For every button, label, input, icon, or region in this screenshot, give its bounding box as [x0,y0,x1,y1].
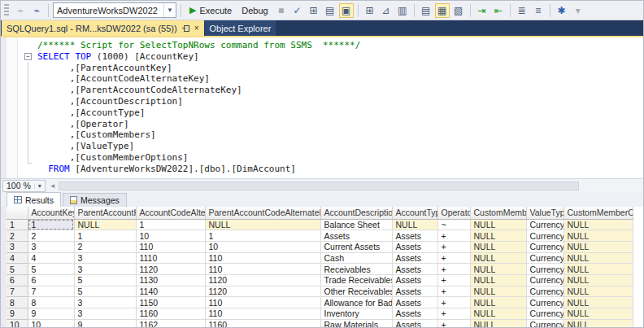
grid-cell[interactable]: 110 [205,252,320,264]
results-to-text-icon[interactable]: ▤ [419,3,433,18]
grid-cell[interactable]: Currency [526,274,564,286]
grid-cell[interactable]: + [437,308,470,320]
client-stats-icon[interactable]: ▥ [395,3,410,18]
grid-cell[interactable]: NULL [470,264,526,275]
column-header[interactable]: AccountKey [28,207,74,219]
available-databases-select[interactable]: AdventureWorksDW2022▼ [53,2,176,18]
grid-cell[interactable]: 110 [205,308,320,320]
grid-cell[interactable]: 8 [28,297,74,308]
grid-cell[interactable]: Other Receivables [320,286,392,297]
column-header[interactable] [7,207,28,219]
grid-cell[interactable]: NULL [470,274,526,286]
column-header[interactable]: CustomMemberOptions [564,207,633,219]
column-header[interactable]: ParentAccountCodeAlternateKey [205,207,320,219]
row-number-cell[interactable]: 3 [7,241,28,252]
estimated-plan-icon[interactable]: ⊞ [307,3,321,18]
grid-cell[interactable]: Currency [526,252,564,264]
indent-icon[interactable]: ⇥ [475,3,490,18]
grid-cell[interactable]: 4 [28,252,74,264]
row-number-cell[interactable]: 9 [7,308,28,320]
grid-cell[interactable]: Currency [526,319,564,327]
toolbar-overflow-icon[interactable]: ▾ [571,3,585,18]
grid-cell[interactable]: NULL [564,274,633,286]
pin-icon[interactable] [182,24,189,32]
editor-zoom-select[interactable]: 100 % ▼ [2,180,46,192]
scroll-left-arrow[interactable]: ◄ [47,182,59,190]
grid-cell[interactable]: + [437,286,470,297]
grid-cell[interactable]: Assets [320,230,392,242]
grid-cell[interactable]: Assets [392,274,437,286]
execute-button[interactable]: ▶Execute [185,2,236,19]
query-options-icon[interactable]: ▤ [323,3,337,18]
column-header[interactable]: ParentAccountKey [74,207,136,219]
close-icon[interactable]: × [194,24,199,33]
grid-cell[interactable]: 5 [74,286,136,297]
grid-cell[interactable]: 10 [28,319,74,327]
grid-cell[interactable]: 9 [28,308,74,320]
editor-h-scrollbar[interactable]: ◄ [47,180,642,192]
grid-cell[interactable]: + [437,297,470,308]
grid-cell[interactable]: Receivables [320,264,392,275]
grid-cell[interactable]: Currency [526,230,564,242]
grid-cell[interactable]: NULL [470,219,526,230]
grid-cell[interactable]: 110 [205,264,320,275]
grid-cell[interactable]: NULL [74,219,136,230]
grid-cell[interactable]: + [437,241,470,252]
row-number-cell[interactable]: 10 [7,319,28,327]
tab-results[interactable]: Results [7,192,61,207]
outdent-icon[interactable]: ⇤ [491,3,506,18]
grid-cell[interactable]: 1150 [136,297,205,308]
grid-cell[interactable]: 1160 [136,308,205,320]
row-number-cell[interactable]: 2 [7,230,28,242]
grid-cell[interactable]: 1 [74,230,136,242]
grid-cell[interactable]: NULL [564,219,633,230]
grid-cell[interactable]: 5 [74,274,136,286]
grid-cell[interactable]: NULL [470,297,526,308]
row-number-cell[interactable]: 6 [7,274,28,286]
grid-cell[interactable]: 7 [28,286,74,297]
actual-plan-icon[interactable]: ⊞ [363,3,377,18]
grid-cell[interactable]: NULL [564,297,633,308]
row-number-cell[interactable]: 8 [7,297,28,308]
grid-cell[interactable]: NULL [564,286,633,297]
grid-cell[interactable]: Currency [526,308,564,320]
database-dropdown-arrow[interactable]: ▼ [163,3,176,17]
column-header[interactable]: AccountDescription [320,207,392,219]
grid-cell[interactable]: 3 [28,241,74,252]
grid-cell[interactable]: 1130 [136,274,205,286]
grid-cell[interactable]: 10 [136,230,205,242]
grid-cell[interactable]: + [437,319,470,327]
sqlcmd-icon[interactable]: ✱ [555,3,569,18]
uncomment-icon[interactable]: ≡ [531,3,546,18]
connect-icon[interactable]: ⌁ [13,3,28,18]
toolbar-grip[interactable] [4,4,9,17]
grid-cell[interactable]: NULL [564,319,633,327]
grid-cell[interactable]: NULL [564,308,633,320]
grid-cell[interactable]: Balance Sheet [320,219,392,230]
stop-button[interactable]: ■ [274,3,289,18]
grid-cell[interactable]: 3 [74,297,136,308]
grid-cell[interactable]: Assets [392,252,437,264]
sql-editor[interactable]: − /****** Script for SelectTopNRows comm… [1,37,643,178]
row-number-cell[interactable]: 5 [7,264,28,275]
grid-cell[interactable]: + [437,264,470,275]
grid-cell[interactable]: Inventory [320,308,392,320]
grid-cell[interactable]: 1 [28,219,74,230]
intellisense-icon[interactable]: ▣ [339,3,354,18]
grid-cell[interactable]: 2 [74,241,136,252]
grid-cell[interactable]: Cash [320,252,392,264]
grid-cell[interactable]: 1160 [205,319,320,327]
grid-cell[interactable]: Currency [526,241,564,252]
column-header[interactable]: Operator [437,207,470,219]
grid-cell[interactable]: NULL [205,219,320,230]
grid-cell[interactable]: NULL [470,230,526,242]
results-to-file-icon[interactable]: ▧ [451,3,466,18]
grid-cell[interactable]: 2 [28,230,74,242]
grid-cell[interactable]: Currency [526,219,564,230]
grid-cell[interactable]: 6 [28,274,74,286]
grid-cell[interactable]: NULL [470,241,526,252]
grid-cell[interactable]: Assets [392,230,437,242]
grid-cell[interactable]: 1162 [136,319,205,327]
row-number-cell[interactable]: 7 [7,286,28,297]
grid-cell[interactable]: 3 [74,308,136,320]
